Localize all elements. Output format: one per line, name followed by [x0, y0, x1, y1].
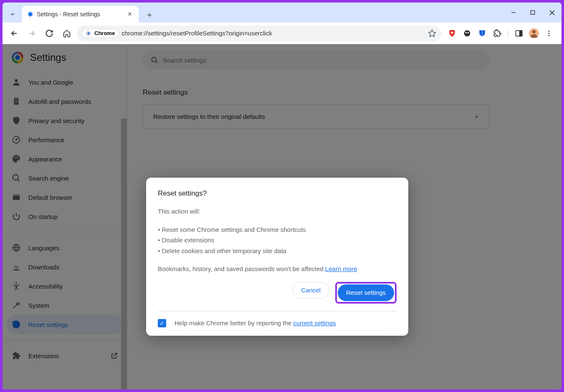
back-button[interactable] [7, 26, 22, 41]
home-button[interactable] [59, 26, 74, 41]
close-button[interactable] [542, 3, 561, 23]
chrome-logo-icon [85, 30, 92, 37]
side-panel-icon[interactable] [514, 28, 524, 38]
learn-more-link[interactable]: Learn more [325, 265, 357, 272]
forward-button[interactable] [24, 26, 39, 41]
dialog-footer: ✓ Help make Chrome better by reporting t… [158, 311, 397, 327]
chrome-chip: Chrome [82, 29, 118, 38]
dialog-actions: Cancel Reset settings [158, 282, 397, 304]
window-controls [504, 3, 561, 23]
dialog-bullet: Disable extensions [158, 235, 397, 246]
dialog-bullet: Reset some Chrome settings and Chrome sh… [158, 224, 397, 235]
reload-button[interactable] [42, 26, 57, 41]
minimize-button[interactable] [504, 3, 523, 23]
svg-rect-9 [520, 30, 522, 36]
cancel-button[interactable]: Cancel [292, 282, 329, 299]
address-bar[interactable]: Chrome chrome://settings/resetProfileSet… [77, 25, 441, 41]
ublock-icon[interactable] [447, 28, 457, 38]
reset-settings-button[interactable]: Reset settings [338, 284, 394, 301]
svg-point-7 [468, 32, 469, 33]
highlight-annotation: Reset settings [335, 282, 397, 304]
content-area: Settings You and GoogleAutofill and pass… [3, 44, 561, 389]
dialog-bullet: Delete cookies and other temporary site … [158, 246, 397, 256]
dialog-intro: This action will: [158, 206, 397, 217]
report-checkbox[interactable]: ✓ [158, 319, 166, 327]
svg-rect-1 [531, 11, 535, 15]
url-text: chrome://settings/resetProfileSettings?o… [121, 30, 272, 37]
tab-title: Settings - Reset settings [37, 11, 123, 18]
dialog-body: This action will: Reset some Chrome sett… [158, 206, 397, 274]
profile-avatar[interactable] [529, 28, 539, 38]
reset-settings-dialog: Reset settings? This action will: Reset … [146, 178, 408, 336]
gear-icon [27, 11, 33, 18]
tab-close-button[interactable]: × [126, 10, 134, 18]
dialog-title: Reset settings? [158, 189, 397, 198]
maximize-button[interactable] [523, 3, 542, 23]
tab-search-button[interactable] [4, 6, 21, 23]
extensions-puzzle-icon[interactable] [492, 28, 502, 38]
svg-point-6 [465, 32, 467, 33]
toolbar: Chrome chrome://settings/resetProfileSet… [3, 23, 561, 44]
svg-point-5 [464, 30, 470, 36]
menu-button[interactable] [544, 28, 554, 38]
browser-tab[interactable]: Settings - Reset settings × [22, 6, 139, 23]
svg-point-3 [87, 32, 89, 34]
svg-point-4 [451, 31, 453, 33]
svg-point-12 [549, 33, 550, 34]
svg-point-11 [549, 30, 550, 32]
current-settings-link[interactable]: current settings [293, 319, 336, 327]
dialog-note: Bookmarks, history, and saved passwords … [158, 265, 325, 272]
titlebar: Settings - Reset settings × [3, 3, 561, 23]
extension-icons: | [444, 28, 557, 38]
new-tab-button[interactable] [142, 8, 157, 23]
bookmark-star-icon[interactable] [428, 29, 436, 38]
svg-point-13 [549, 35, 550, 36]
browser-window: Settings - Reset settings × Chrome chrom… [3, 3, 561, 389]
extension-icon-2[interactable] [462, 28, 472, 38]
svg-point-10 [532, 30, 536, 33]
bitwarden-icon[interactable] [477, 28, 487, 38]
footer-text: Help make Chrome better by reporting the [175, 319, 293, 327]
